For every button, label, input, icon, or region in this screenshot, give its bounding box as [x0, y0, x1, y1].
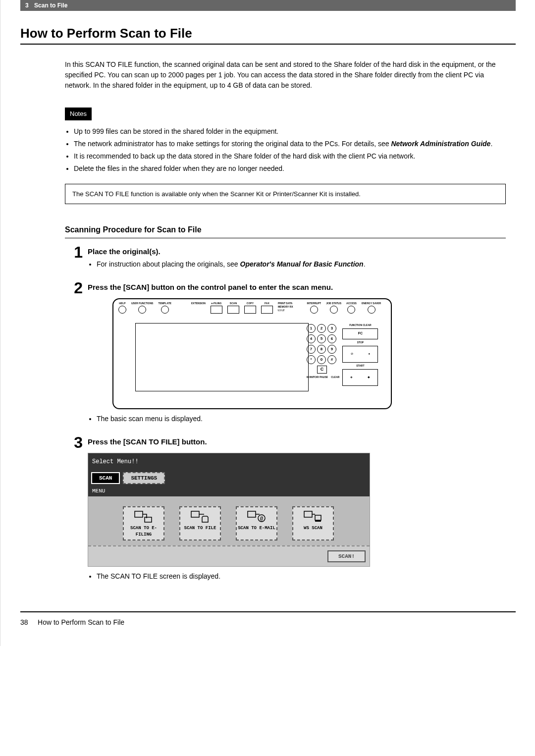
chapter-title: Scan to File — [34, 2, 67, 9]
access-label: ACCESS — [346, 302, 357, 305]
fc-button[interactable]: FC — [342, 328, 378, 339]
page-number: 38 — [20, 618, 28, 626]
ws-scan-button[interactable]: WS SCAN — [292, 506, 334, 540]
wsscan-icon — [303, 509, 323, 524]
step-title: Place the original(s). — [88, 246, 506, 258]
diamond-icon: ◆ — [368, 375, 370, 379]
lcd-tab-scan[interactable]: SCAN — [91, 472, 120, 485]
email-icon: @ — [247, 509, 267, 524]
note-item: It is recommended to back up the data st… — [74, 151, 506, 162]
print-data-label: PRINT DATA — [278, 302, 293, 305]
scan-button[interactable] — [227, 306, 239, 314]
lcd-header: Select Menu!! — [88, 453, 370, 472]
key-6[interactable]: 6 — [327, 334, 336, 343]
memory-rx-label: MEMORY RX — [278, 306, 293, 308]
footer-title: How to Perform Scan to File — [38, 618, 124, 626]
step-1: 1 Place the original(s). For instruction… — [65, 244, 506, 274]
lcd-tab-settings[interactable]: SETTINGS — [123, 472, 165, 485]
user-functions-button[interactable] — [138, 306, 146, 314]
key-4[interactable]: 4 — [307, 334, 316, 343]
scan-to-file-button[interactable]: SCAN TO FILE — [179, 506, 221, 540]
start-button[interactable]: ◈◆ — [342, 369, 378, 386]
svg-rect-2 — [191, 511, 199, 517]
step-2: 2 Press the [SCAN] button on the control… — [65, 280, 506, 429]
page-title: How to Perform Scan to File — [20, 26, 516, 41]
scan-execute-button[interactable]: SCAN! — [327, 550, 366, 563]
step-after: The basic scan menu is displayed. — [97, 414, 506, 424]
title-underline — [20, 44, 516, 45]
extension-label: EXTENSION — [191, 302, 206, 305]
step-number: 2 — [65, 280, 88, 429]
note-item: Up to 999 files can be stored in the sha… — [74, 126, 506, 137]
numeric-keypad: 1 2 3 4 5 6 7 8 9 * 0 # — [307, 324, 339, 375]
copy-label: COPY — [247, 302, 254, 305]
chapter-number: 3 — [25, 2, 29, 9]
scan-to-email-button[interactable]: @ SCAN TO E-MAIL — [236, 506, 277, 540]
notes-list: Up to 999 files can be stored in the sha… — [65, 126, 506, 174]
interrupt-button[interactable] — [310, 306, 318, 314]
template-label: TEMPLATE — [158, 302, 171, 305]
key-8[interactable]: 8 — [317, 345, 326, 354]
efiling-button[interactable] — [211, 306, 222, 314]
help-button[interactable] — [118, 306, 126, 314]
key-0[interactable]: 0 — [317, 355, 326, 364]
svg-rect-6 — [304, 511, 312, 517]
lcd-figure: Select Menu!! SCAN SETTINGS MENU SCAN TO… — [88, 453, 370, 567]
job-status-label: JOB STATUS — [326, 302, 341, 305]
function-clear-label: FUNCTION CLEAR — [342, 324, 378, 326]
fax-label: FAX — [265, 302, 269, 305]
panel-screen — [135, 323, 309, 391]
energy-saver-button[interactable] — [368, 306, 375, 314]
key-star[interactable]: * — [307, 355, 316, 364]
key-1[interactable]: 1 — [307, 324, 316, 333]
efiling-label: e-FILING — [212, 302, 222, 305]
monitor-pause-label: MONITOR/ PAUSE — [307, 376, 328, 379]
key-hash[interactable]: # — [327, 355, 336, 364]
chapter-header: 3 Scan to File — [20, 0, 516, 11]
template-button[interactable] — [161, 306, 169, 314]
job-status-button[interactable] — [330, 306, 338, 314]
stop-button[interactable]: ⊘● — [342, 346, 378, 363]
interrupt-label: INTERRUPT — [307, 302, 321, 305]
step-title: Press the [SCAN] button on the control p… — [88, 282, 506, 293]
svg-rect-0 — [135, 511, 143, 517]
step-after: The SCAN TO FILE screen is displayed. — [97, 572, 506, 582]
key-c[interactable]: C — [317, 366, 327, 374]
help-label: HELP — [119, 302, 125, 305]
step-number: 1 — [65, 244, 88, 274]
file-icon — [190, 509, 210, 524]
circle-icon: ● — [368, 352, 370, 356]
svg-text:@: @ — [260, 516, 263, 522]
svg-rect-8 — [315, 520, 321, 522]
stop-icon: ⊘ — [351, 352, 353, 356]
lcd-menu-label: MENU — [88, 486, 370, 496]
stop-label: STOP — [342, 341, 378, 344]
step-bullet: For instruction about placing the origin… — [97, 260, 506, 270]
control-panel-figure: HELP USER FUNCTIONS TEMPLATE EXTENSION e… — [112, 298, 392, 409]
diamond-icon: ◈ — [350, 375, 353, 379]
notes-label: Notes — [65, 108, 92, 120]
key-3[interactable]: 3 — [327, 324, 336, 333]
clear-label: CLEAR — [331, 376, 339, 379]
svg-rect-3 — [248, 511, 256, 517]
start-label: START — [342, 365, 378, 367]
note-item: The network administrator has to make se… — [74, 139, 506, 149]
energy-saver-label: ENERGY SAVER — [362, 302, 381, 305]
l1l2-label: L1 L2 — [278, 309, 284, 312]
svg-rect-1 — [145, 517, 152, 522]
step-number: 3 — [65, 434, 88, 587]
scan-label: SCAN — [230, 302, 237, 305]
access-button[interactable] — [347, 306, 355, 314]
step-title: Press the [SCAN TO FILE] button. — [88, 436, 506, 448]
user-functions-label: USER FUNCTIONS — [131, 302, 153, 305]
key-9[interactable]: 9 — [327, 345, 336, 354]
note-item: Delete the files in the shared folder wh… — [74, 163, 506, 174]
key-2[interactable]: 2 — [317, 324, 326, 333]
page-footer: 38 How to Perform Scan to File — [20, 612, 516, 646]
scan-to-efiling-button[interactable]: SCAN TO E-FILING — [123, 506, 164, 540]
copy-button[interactable] — [244, 306, 256, 314]
fax-button[interactable] — [261, 306, 273, 314]
key-5[interactable]: 5 — [317, 334, 326, 343]
key-7[interactable]: 7 — [307, 345, 316, 354]
efiling-icon — [134, 509, 154, 524]
